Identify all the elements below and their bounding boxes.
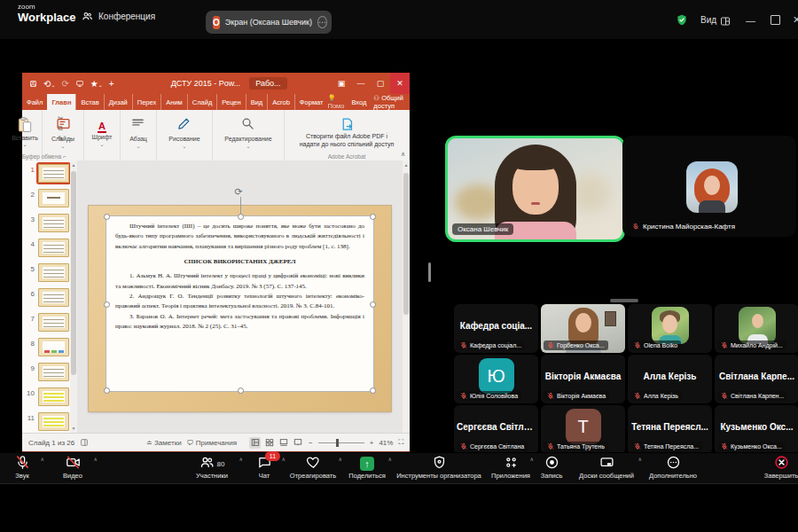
- save-icon[interactable]: [29, 80, 37, 88]
- zoom-level[interactable]: 41%: [379, 439, 393, 447]
- ribbon-tab-перех[interactable]: Перех: [132, 94, 161, 110]
- рисование-button[interactable]: Рисование⌄: [168, 116, 200, 149]
- chevron-up-icon[interactable]: ∧: [41, 456, 44, 462]
- selection-handle[interactable]: [104, 387, 110, 394]
- scroll-up-icon[interactable]: ▲: [403, 162, 410, 168]
- slide-text-box[interactable]: ⟳ Штучний інтелект (ШІ) – це досить широ…: [106, 216, 373, 391]
- toolbar-end-call-button[interactable]: Завершить: [761, 453, 798, 483]
- selection-handle[interactable]: [104, 214, 110, 220]
- toolbar-shield-button[interactable]: Инструменты организатора: [390, 453, 488, 483]
- ribbon-tab-acrob[interactable]: Acrob: [267, 94, 294, 110]
- participant-tile[interactable]: Тетяна Переясл...Тетяна Переясла...: [628, 405, 712, 452]
- абзац-button[interactable]: Абзац⌄: [129, 116, 147, 149]
- zoom-slider[interactable]: [318, 442, 364, 443]
- view-reading-icon[interactable]: [278, 437, 289, 449]
- slide-thumbnail-1[interactable]: 1: [26, 164, 70, 183]
- ribbon-tab-дизай[interactable]: Дизай: [104, 94, 132, 110]
- ppt-close-icon[interactable]: ✕: [390, 73, 410, 94]
- participant-video[interactable]: Кристина Майорская-Кафтя: [622, 136, 796, 237]
- participant-tile[interactable]: Кузьменко Окс...Кузьменко Окса...: [715, 405, 798, 452]
- selection-handle[interactable]: [370, 214, 376, 220]
- view-slideshow-icon[interactable]: [292, 437, 303, 449]
- chevron-up-icon[interactable]: ∧: [239, 456, 243, 462]
- restore-window-icon[interactable]: [771, 15, 780, 25]
- participant-tile[interactable]: ТТатьяна Трутень: [541, 405, 625, 452]
- toolbar-heart-button[interactable]: Отреагировать∧: [286, 453, 340, 483]
- collapse-ribbon-icon[interactable]: ∧: [401, 151, 405, 158]
- chevron-up-icon[interactable]: ∧: [94, 456, 98, 462]
- participant-tile[interactable]: Світлана Карпе...Світлана Карпен...: [715, 355, 798, 403]
- share-more-icon[interactable]: ⋯: [317, 16, 327, 28]
- view-layout-icon[interactable]: [720, 14, 731, 30]
- tab-conference[interactable]: Конференция: [82, 11, 155, 22]
- participant-tile[interactable]: Кафедра соціа...Кафедра соціал...: [454, 304, 538, 353]
- slide-thumbnail-8[interactable]: 8: [26, 338, 70, 356]
- slide-thumbnail-10[interactable]: 10: [26, 387, 70, 406]
- toolbar-share-button[interactable]: ↑Поделиться∧: [344, 453, 390, 483]
- ribbon-tab-рецен[interactable]: Рецен: [216, 94, 245, 110]
- toolbar-boards-button[interactable]: Доски сообщений∧: [573, 453, 640, 483]
- ribbon-tab-встав[interactable]: Встав: [75, 94, 103, 110]
- view-sorter-icon[interactable]: [263, 437, 275, 449]
- redo-icon[interactable]: ⟳: [61, 79, 68, 89]
- toolbar-record-button[interactable]: Запись: [534, 453, 569, 483]
- participant-tile[interactable]: Olena Boiko: [628, 304, 712, 353]
- undo-icon[interactable]: ⟲⌄: [43, 79, 55, 89]
- selection-handle[interactable]: [238, 387, 244, 394]
- редактирование-button[interactable]: Редактирование⌄: [224, 116, 271, 149]
- chevron-down-icon[interactable]: ⌄: [67, 14, 74, 22]
- display-settings-icon[interactable]: [80, 438, 89, 447]
- active-speaker-video[interactable]: Оксана Шевчик: [445, 136, 625, 242]
- ribbon-tab-главн[interactable]: Главн: [47, 94, 75, 110]
- zoom-out-icon[interactable]: −: [309, 439, 313, 447]
- ppt-minimize-icon[interactable]: —: [351, 73, 371, 94]
- view-button[interactable]: Вид: [700, 15, 716, 25]
- slide-canvas[interactable]: ⟳ Штучний інтелект (ШІ) – це досить широ…: [89, 206, 391, 411]
- chevron-up-icon[interactable]: ∧: [638, 456, 642, 462]
- ribbon-tab-аним[interactable]: Аним: [160, 94, 187, 110]
- slide-thumbnail-7[interactable]: 7: [26, 313, 70, 332]
- slide-thumbnail-2[interactable]: 2: [26, 189, 70, 207]
- participant-tile[interactable]: Горбенко Окса...: [541, 304, 625, 353]
- шрифт-button[interactable]: АШрифт⌄: [91, 117, 112, 147]
- selection-handle[interactable]: [370, 301, 376, 308]
- toolbar-more-button[interactable]: Дополнительно: [644, 453, 702, 483]
- active-share-indicator[interactable]: O Экран (Оксана Шевчик) ⋯: [206, 11, 332, 34]
- thumbnails-scrollbar[interactable]: ▲ ▼: [70, 160, 77, 433]
- create-adobe-pdf-button[interactable]: Створити файл Adobe PDF інадати до нього…: [285, 117, 409, 148]
- add-qat-icon[interactable]: +: [109, 79, 114, 89]
- slide-thumbnail-3[interactable]: 3: [26, 214, 70, 232]
- slide-thumbnail-11[interactable]: 11: [26, 412, 70, 431]
- paste-button[interactable]: Вставить ⌄: [12, 116, 38, 147]
- comments-button[interactable]: 🗩 Примечания: [187, 439, 237, 447]
- selection-handle[interactable]: [370, 387, 376, 394]
- ribbon-tab-вид[interactable]: Вид: [246, 94, 268, 110]
- toolbar-apps-button[interactable]: Приложения∧: [489, 453, 532, 483]
- toolbar-video-muted-button[interactable]: Видео∧: [50, 453, 96, 483]
- close-window-icon[interactable]: ✕: [793, 14, 798, 26]
- zoom-in-icon[interactable]: +: [370, 439, 374, 447]
- fit-to-window-icon[interactable]: ⛶: [398, 438, 403, 447]
- notes-button[interactable]: ≐ Заметки: [146, 439, 182, 447]
- rotate-handle-icon[interactable]: ⟳: [235, 186, 243, 198]
- selection-handle[interactable]: [104, 301, 110, 308]
- start-slideshow-icon[interactable]: [75, 80, 84, 88]
- document-title-secondary[interactable]: Рабо...: [249, 77, 286, 90]
- slide-thumbnail-9[interactable]: 9: [26, 363, 70, 381]
- scroll-down-icon[interactable]: ▼: [70, 426, 77, 431]
- participant-tile[interactable]: Сергєєва Світла...Сергєєва Світлана: [454, 405, 538, 452]
- toolbar-mic-muted-button[interactable]: Звук∧: [2, 453, 43, 483]
- scroll-up-icon[interactable]: ▲: [70, 162, 77, 168]
- view-normal-icon[interactable]: [249, 437, 261, 449]
- panel-scroll-indicator[interactable]: [428, 262, 431, 282]
- ribbon-tab-слайд[interactable]: Слайд: [187, 94, 217, 110]
- editor-scrollbar[interactable]: ▲: [403, 160, 410, 433]
- slide-thumbnail-5[interactable]: 5: [26, 263, 70, 282]
- ppt-restore-icon[interactable]: ▢: [371, 73, 390, 94]
- grid-resize-handle[interactable]: [610, 299, 638, 302]
- слайды-button[interactable]: Слайды⌄: [51, 116, 74, 149]
- favorites-star-icon[interactable]: ★⌄: [90, 79, 103, 89]
- ribbon-tab-файл[interactable]: Файл: [22, 94, 47, 110]
- toolbar-participants-button[interactable]: 80Участники∧: [183, 453, 241, 483]
- ribbon-tab-формат[interactable]: Формат: [294, 94, 328, 110]
